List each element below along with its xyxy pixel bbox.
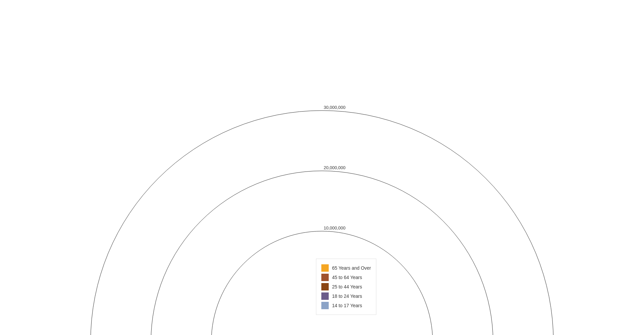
chart-container: 10,000,00020,000,00030,000,000CATXFLNYPA… xyxy=(0,0,644,335)
legend-swatch xyxy=(321,302,329,309)
legend-label: 14 to 17 Years xyxy=(332,303,362,308)
svg-text:20,000,000: 20,000,000 xyxy=(324,165,345,170)
legend-label: 65 Years and Over xyxy=(332,265,371,271)
legend-label: 25 to 44 Years xyxy=(332,284,362,289)
legend-swatch xyxy=(321,292,329,300)
legend-item: 18 to 24 Years xyxy=(321,292,371,300)
legend-label: 18 to 24 Years xyxy=(332,293,362,299)
svg-text:10,000,000: 10,000,000 xyxy=(324,225,345,230)
legend-swatch xyxy=(321,274,329,281)
legend: 65 Years and Over45 to 64 Years25 to 44 … xyxy=(316,259,376,315)
legend-swatch xyxy=(321,283,329,290)
legend-item: 14 to 17 Years xyxy=(321,302,371,309)
legend-item: 45 to 64 Years xyxy=(321,274,371,281)
legend-item: 25 to 44 Years xyxy=(321,283,371,290)
legend-label: 45 to 64 Years xyxy=(332,275,362,280)
svg-text:30,000,000: 30,000,000 xyxy=(324,105,345,110)
legend-swatch xyxy=(321,264,329,272)
legend-item: 65 Years and Over xyxy=(321,264,371,272)
